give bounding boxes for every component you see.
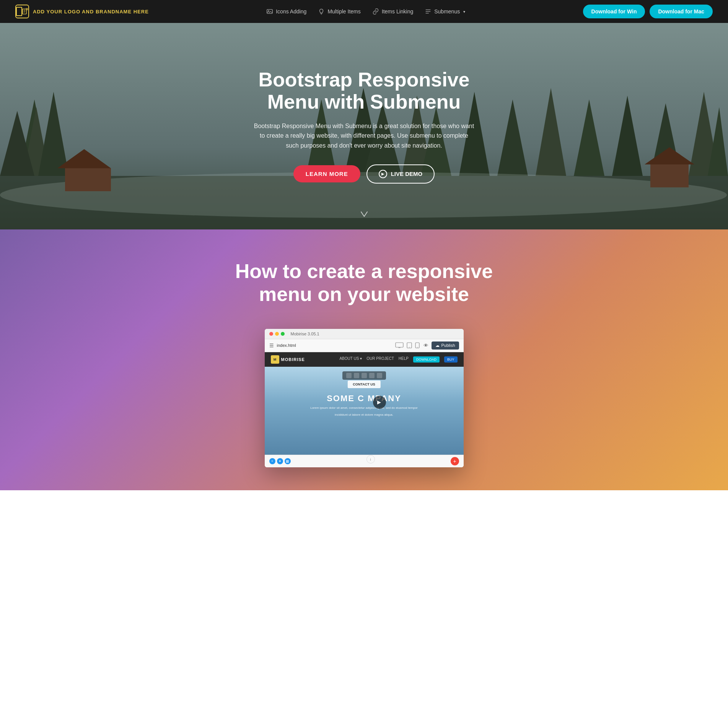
mockup-logo-box: M bbox=[271, 355, 279, 364]
mockup-toolbar-right: 👁 ☁ Publish bbox=[423, 341, 459, 350]
mockup-contact-us-button[interactable]: CONTACT US bbox=[347, 381, 380, 388]
mockup-company-text: C ▶ MPANY bbox=[358, 394, 401, 403]
mockup-blue-dots: + ✦ ▦ bbox=[269, 458, 291, 464]
nav-item-submenus[interactable]: Submenus ▾ bbox=[425, 8, 465, 15]
svg-rect-37 bbox=[396, 343, 403, 347]
hero-buttons: LEARN MORE ▶ LIVE DEMO bbox=[253, 164, 475, 184]
submenu-arrow: ▾ bbox=[463, 10, 465, 14]
image-icon bbox=[266, 8, 273, 15]
mockup-toolbar-left: ☰ index.html bbox=[269, 343, 392, 348]
nav-item-multiple-items[interactable]: Multiple Items bbox=[318, 8, 360, 15]
mockup-overlay-btn-2[interactable] bbox=[354, 373, 359, 378]
phone-icon[interactable] bbox=[415, 342, 420, 348]
mockup-overlay-btn-5[interactable] bbox=[377, 373, 382, 378]
svg-point-43 bbox=[417, 347, 418, 348]
contact-label: CONTACT US bbox=[353, 382, 375, 386]
mockup-inner-hero-title: SOME C ▶ MPANY bbox=[265, 394, 464, 403]
mockup-toolbar-center bbox=[395, 342, 420, 348]
play-icon: ▶ bbox=[379, 170, 387, 178]
link-icon bbox=[372, 8, 379, 15]
hero-description: Bootstrap Responsive Menu with Submenu i… bbox=[253, 121, 475, 151]
nav-label-items-linking: Items Linking bbox=[382, 8, 413, 15]
navbar-nav: Icons Adding Multiple Items Items Linkin… bbox=[266, 8, 465, 15]
mockup-play-btn[interactable]: ▶ bbox=[373, 396, 386, 409]
live-demo-button[interactable]: ▶ LIVE DEMO bbox=[366, 164, 435, 184]
mockup-blue-dot-3[interactable]: ▦ bbox=[285, 458, 291, 464]
preview-icon[interactable]: 👁 bbox=[423, 343, 428, 348]
mockup-inner-subtitle-2: incididunt ut labore et dolore magna ali… bbox=[265, 413, 464, 417]
navbar: ADD YOUR LOGO AND BRANDNAME HERE Icons A… bbox=[0, 0, 728, 23]
mockup-inner-download-btn[interactable]: DOWNLOAD bbox=[413, 356, 440, 363]
mockup-overlay-toolbar[interactable] bbox=[342, 371, 386, 380]
mockup-publish-button[interactable]: ☁ Publish bbox=[432, 341, 459, 350]
mockup-overlay-btn-4[interactable] bbox=[369, 373, 375, 378]
mockup-bottom-bar: + ✦ ▦ ↓ + bbox=[265, 455, 464, 467]
mockup-overlay-btn-3[interactable] bbox=[362, 373, 367, 378]
mockup-blue-dot-2[interactable]: ✦ bbox=[277, 458, 283, 464]
nav-label-submenus: Submenus bbox=[434, 8, 460, 15]
mockup-inner-navbar: M MOBIRISE ABOUT US ▾ OUR PROJECT HELP D… bbox=[265, 352, 464, 367]
how-to-section: How to create a responsive menu on your … bbox=[0, 229, 728, 490]
hero-title: Bootstrap Responsive Menu with Submenu bbox=[253, 69, 475, 112]
list-icon bbox=[425, 8, 432, 15]
mockup-nav-link-about: ABOUT US ▾ bbox=[339, 356, 362, 363]
close-dot[interactable] bbox=[269, 332, 273, 336]
mockup-filename: index.html bbox=[277, 343, 296, 348]
mockup-overlay-btn-1[interactable] bbox=[346, 373, 352, 378]
mockup-blue-dot-1[interactable]: + bbox=[269, 458, 275, 464]
nav-label-icons-adding: Icons Adding bbox=[276, 8, 306, 15]
learn-more-button[interactable]: LEARN MORE bbox=[293, 165, 360, 182]
live-demo-label: LIVE DEMO bbox=[391, 171, 423, 177]
mockup-red-action-button[interactable]: + bbox=[451, 457, 459, 465]
lightbulb-icon bbox=[318, 8, 325, 15]
hero-section: Bootstrap Responsive Menu with Submenu B… bbox=[0, 23, 728, 229]
upload-icon: ☁ bbox=[435, 343, 440, 348]
svg-point-41 bbox=[409, 347, 410, 348]
mockup-scroll-down-button[interactable]: ↓ bbox=[366, 455, 375, 463]
mockup-nav-link-project: OUR PROJECT bbox=[366, 356, 394, 363]
maximize-dot[interactable] bbox=[281, 332, 285, 336]
navbar-buttons: Download for Win Download for Mac bbox=[583, 5, 713, 18]
mockup-title: Mobirise 3.05.1 bbox=[291, 332, 319, 336]
nav-item-items-linking[interactable]: Items Linking bbox=[372, 8, 413, 15]
hero-scroll-arrow[interactable] bbox=[360, 208, 369, 222]
brand[interactable]: ADD YOUR LOGO AND BRANDNAME HERE bbox=[15, 5, 149, 18]
svg-point-5 bbox=[27, 9, 27, 9]
download-mac-button[interactable]: Download for Mac bbox=[650, 5, 713, 18]
mockup-hero-text: SOME C ▶ MPANY Lorem ipsum dolor sit ame… bbox=[265, 394, 464, 417]
section-title: How to create a responsive menu on your … bbox=[230, 260, 498, 306]
mockup-nav-link-help: HELP bbox=[399, 356, 409, 363]
svg-rect-0 bbox=[23, 9, 26, 14]
mockup-content-area: CONTACT US SOME C ▶ MPANY Lorem ipsum do… bbox=[265, 367, 464, 455]
mockup-some-text: SOME bbox=[327, 394, 358, 403]
publish-label: Publish bbox=[441, 343, 455, 348]
mockup-inner-subtitle-1: Lorem ipsum dolor sit amet, consectetur … bbox=[265, 406, 464, 410]
hero-content: Bootstrap Responsive Menu with Submenu B… bbox=[246, 61, 483, 191]
mockup-brand-name: MOBIRISE bbox=[281, 357, 305, 362]
hamburger-icon[interactable]: ☰ bbox=[269, 343, 274, 348]
brand-text: ADD YOUR LOGO AND BRANDNAME HERE bbox=[33, 9, 149, 15]
desktop-icon[interactable] bbox=[395, 342, 404, 348]
tablet-icon[interactable] bbox=[407, 342, 412, 348]
svg-point-7 bbox=[268, 10, 269, 11]
download-win-button[interactable]: Download for Win bbox=[583, 5, 645, 18]
brand-icon bbox=[15, 5, 29, 18]
mockup-dl-btn[interactable]: BUY bbox=[444, 356, 458, 363]
mockup-toolbar: ☰ index.html 👁 bbox=[265, 339, 464, 352]
mockup-titlebar: Mobirise 3.05.1 bbox=[265, 329, 464, 339]
mockup-window: Mobirise 3.05.1 ☰ index.html bbox=[265, 329, 464, 467]
svg-rect-35 bbox=[650, 164, 689, 187]
mockup-window-controls bbox=[269, 332, 285, 336]
minimize-dot[interactable] bbox=[275, 332, 279, 336]
mockup-nav-items: ABOUT US ▾ OUR PROJECT HELP DOWNLOAD BUY bbox=[339, 356, 457, 363]
svg-rect-6 bbox=[267, 10, 272, 14]
nav-label-multiple-items: Multiple Items bbox=[327, 8, 360, 15]
svg-rect-33 bbox=[65, 168, 111, 191]
nav-item-icons-adding[interactable]: Icons Adding bbox=[266, 8, 306, 15]
mockup-brand-logo: M MOBIRISE bbox=[271, 355, 305, 364]
